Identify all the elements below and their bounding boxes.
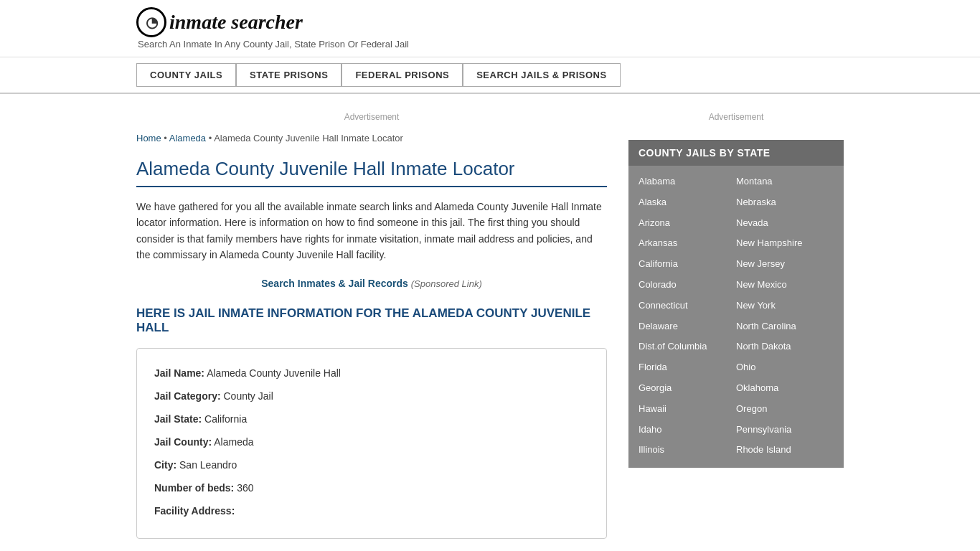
tagline: Search An Inmate In Any County Jail, Sta…	[136, 39, 844, 50]
jail-category-val: County Jail	[223, 390, 273, 402]
state-link[interactable]: New Jersey	[736, 254, 834, 275]
jail-category-row: Jail Category: County Jail	[154, 386, 589, 406]
state-link[interactable]: Colorado	[639, 275, 736, 296]
state-jail-heading: COUNTY JAILS BY STATE	[628, 140, 844, 166]
state-link[interactable]: Oklahoma	[736, 378, 834, 399]
jail-state-val: California	[204, 413, 247, 425]
state-link[interactable]: New Mexico	[736, 275, 834, 296]
state-col-right: MontanaNebraskaNevadaNew HampshireNew Je…	[736, 171, 834, 461]
jail-beds-label: Number of beds:	[154, 482, 234, 494]
state-link[interactable]: Alabama	[639, 171, 736, 192]
state-link[interactable]: Dist.of Columbia	[639, 336, 736, 357]
jail-info-box: Jail Name: Alameda County Juvenile Hall …	[136, 348, 607, 539]
state-link[interactable]: Hawaii	[639, 399, 736, 420]
jail-city-label: City:	[154, 459, 176, 471]
state-link[interactable]: Delaware	[639, 316, 736, 337]
ad-top: Advertisement	[136, 105, 607, 133]
jail-category-label: Jail Category:	[154, 390, 221, 402]
state-link[interactable]: Montana	[736, 171, 834, 192]
logo-bold: inmate searcher	[169, 11, 303, 33]
jail-beds-val: 360	[237, 482, 253, 494]
state-columns: AlabamaAlaskaArizonaArkansasCaliforniaCo…	[628, 166, 844, 468]
state-link[interactable]: Arizona	[639, 213, 736, 234]
jail-city-row: City: San Leandro	[154, 455, 589, 475]
state-link[interactable]: Nebraska	[736, 192, 834, 213]
logo-area: ◔ inmate searcher	[136, 7, 844, 37]
jail-county-row: Jail County: Alameda	[154, 432, 589, 452]
sponsored-note-text: (Sponsored Link)	[411, 278, 482, 289]
logo-icon: ◔	[136, 7, 166, 37]
state-link[interactable]: Arkansas	[639, 233, 736, 254]
jail-beds-row: Number of beds: 360	[154, 478, 589, 498]
sidebar: Advertisement COUNTY JAILS BY STATE Alab…	[628, 94, 844, 550]
state-link[interactable]: Connecticut	[639, 296, 736, 316]
state-link[interactable]: Idaho	[639, 420, 736, 441]
breadcrumb-current: Alameda County Juvenile Hall Inmate Loca…	[214, 133, 403, 143]
state-link[interactable]: New Hampshire	[736, 233, 834, 254]
state-link[interactable]: Nevada	[736, 213, 834, 234]
breadcrumb-alameda[interactable]: Alameda	[169, 133, 206, 143]
jail-state-row: Jail State: California	[154, 409, 589, 429]
breadcrumb: Home • Alameda • Alameda County Juvenile…	[136, 133, 607, 143]
jail-county-val: Alameda	[214, 436, 253, 448]
sponsored-link-container: Search Inmates & Jail Records (Sponsored…	[136, 278, 607, 289]
nav-bar: COUNTY JAILS STATE PRISONS FEDERAL PRISO…	[0, 57, 980, 94]
state-link[interactable]: Georgia	[639, 378, 736, 399]
state-jail-box: COUNTY JAILS BY STATE AlabamaAlaskaArizo…	[628, 140, 844, 468]
intro-text: We have gathered for you all the availab…	[136, 199, 607, 263]
jail-city-val: San Leandro	[179, 459, 237, 471]
page-title: Alameda County Juvenile Hall Inmate Loca…	[136, 158, 607, 187]
state-link[interactable]: California	[639, 254, 736, 275]
header: ◔ inmate searcher Search An Inmate In An…	[0, 0, 980, 57]
jail-address-row: Facility Address:	[154, 501, 589, 521]
jail-address-label: Facility Address:	[154, 505, 235, 517]
state-link[interactable]: North Carolina	[736, 316, 834, 337]
nav-buttons: COUNTY JAILS STATE PRISONS FEDERAL PRISO…	[136, 63, 844, 87]
jail-name-val: Alameda County Juvenile Hall	[207, 367, 341, 379]
magnifier-icon: ◔	[146, 14, 158, 31]
nav-search-jails[interactable]: SEARCH JAILS & PRISONS	[463, 63, 620, 87]
state-col-left: AlabamaAlaskaArizonaArkansasCaliforniaCo…	[639, 171, 736, 461]
jail-state-label: Jail State:	[154, 413, 202, 425]
nav-federal-prisons[interactable]: FEDERAL PRISONS	[341, 63, 463, 87]
breadcrumb-home[interactable]: Home	[136, 133, 161, 143]
state-link[interactable]: North Dakota	[736, 336, 834, 357]
main-content: Advertisement Home • Alameda • Alameda C…	[136, 94, 607, 550]
section-heading: HERE IS JAIL INMATE INFORMATION FOR THE …	[136, 306, 607, 335]
sponsored-link[interactable]: Search Inmates & Jail Records	[261, 278, 408, 289]
nav-state-prisons[interactable]: STATE PRISONS	[236, 63, 341, 87]
main-layout: Advertisement Home • Alameda • Alameda C…	[0, 94, 980, 550]
jail-name-row: Jail Name: Alameda County Juvenile Hall	[154, 363, 589, 383]
state-link[interactable]: Alaska	[639, 192, 736, 213]
state-link[interactable]: Illinois	[639, 440, 736, 461]
state-link[interactable]: Pennsylvania	[736, 420, 834, 441]
nav-county-jails[interactable]: COUNTY JAILS	[136, 63, 236, 87]
state-link[interactable]: Oregon	[736, 399, 834, 420]
breadcrumb-sep1: •	[164, 133, 169, 143]
jail-county-label: Jail County:	[154, 436, 212, 448]
state-link[interactable]: Rhode Island	[736, 440, 834, 461]
state-link[interactable]: New York	[736, 296, 834, 316]
ad-sidebar: Advertisement	[628, 105, 844, 129]
logo-text: inmate searcher	[169, 11, 303, 34]
jail-name-label: Jail Name:	[154, 367, 204, 379]
state-link[interactable]: Florida	[639, 357, 736, 378]
state-link[interactable]: Ohio	[736, 357, 834, 378]
